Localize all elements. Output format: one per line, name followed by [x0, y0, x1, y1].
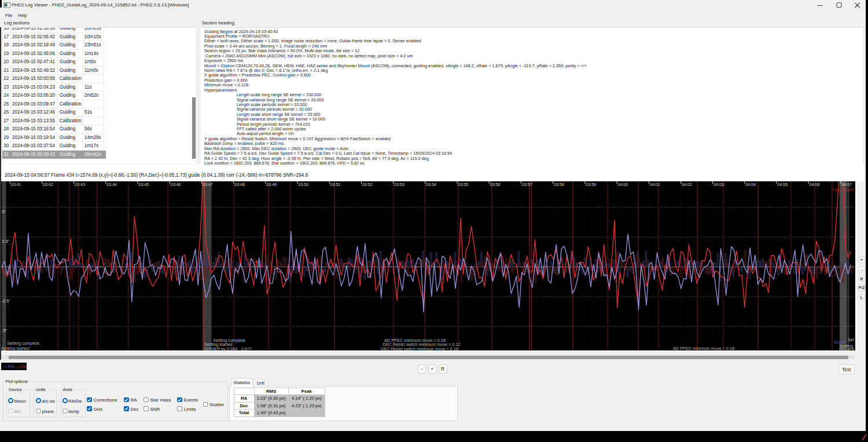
svg-text:03:53: 03:53 [394, 183, 404, 188]
svg-text:Set: Set [848, 337, 854, 342]
svg-text:-2.5": -2.5" [1, 298, 10, 304]
svg-text:03:47: 03:47 [203, 183, 213, 188]
svg-text:03:43: 03:43 [75, 183, 85, 188]
svg-text:03:41: 03:41 [11, 183, 21, 188]
svg-text:03:59: 03:59 [586, 183, 596, 188]
svg-text:Settling complete: Settling complete [7, 341, 39, 346]
svg-text:AD PPEC minimum move = 0.18: AD PPEC minimum move = 0.18 [673, 346, 734, 350]
svg-text:03:52: 03:52 [362, 183, 373, 188]
svg-text:04:00: 04:00 [618, 183, 628, 188]
svg-text:03:49: 03:49 [266, 183, 277, 188]
svg-text:5": 5" [2, 209, 6, 214]
svg-text:DITHER by 0.394, -3.577: DITHER by 0.394, -3.577 [204, 346, 252, 350]
svg-text:03:55: 03:55 [458, 183, 469, 188]
svg-text:03:44: 03:44 [106, 183, 117, 188]
svg-text:04:03: 04:03 [713, 183, 724, 188]
svg-text:04:04: 04:04 [745, 183, 756, 188]
svg-text:03:50: 03:50 [299, 183, 309, 188]
svg-text:03:45: 03:45 [139, 183, 149, 188]
svg-text:03:56: 03:56 [490, 183, 501, 188]
svg-text:2.5": 2.5" [2, 239, 9, 244]
svg-text:03:57: 03:57 [522, 183, 532, 188]
svg-text:04:05: 04:05 [778, 183, 788, 188]
svg-text:03:58: 03:58 [554, 183, 564, 188]
svg-text:-5": -5" [2, 328, 8, 333]
svg-text:04:02: 04:02 [682, 183, 692, 188]
svg-text:04:06: 04:06 [810, 183, 820, 188]
svg-text:03:42: 03:42 [43, 183, 53, 188]
svg-text:04:01: 04:01 [650, 183, 660, 188]
svg-text:03:51: 03:51 [330, 183, 341, 188]
svg-text:DITHER: DITHER [839, 347, 854, 350]
svg-text:03:46: 03:46 [171, 183, 181, 188]
svg-text:03:48: 03:48 [234, 183, 245, 188]
svg-text:03:54: 03:54 [426, 183, 436, 188]
svg-text:Settling started: Settling started [1, 346, 30, 350]
svg-text:GuideNorth: GuideNorth [833, 187, 854, 192]
svg-text:DEC Resist switch minimum move: DEC Resist switch minimum move = 0.16 [381, 346, 458, 350]
